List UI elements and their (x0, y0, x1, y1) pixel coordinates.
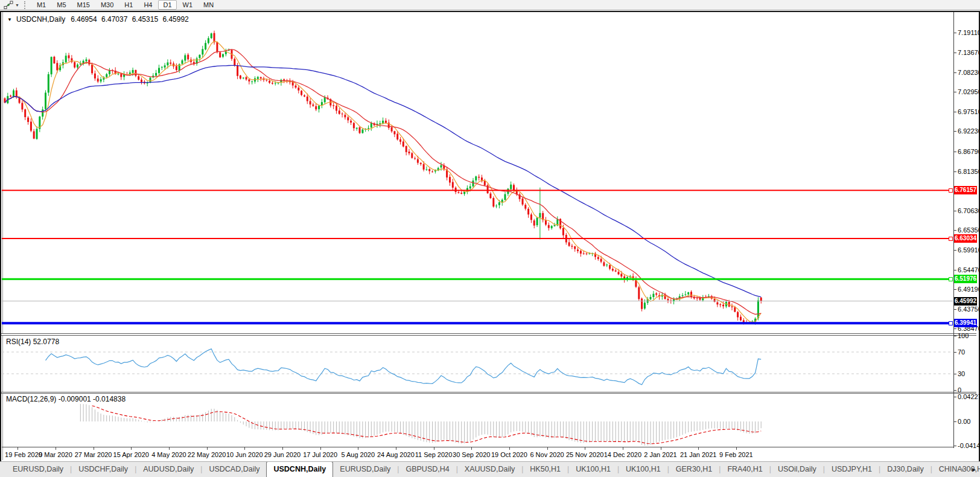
moving-average-line-55 (5, 65, 761, 296)
timeframe-button-h4[interactable]: H4 (139, 0, 157, 10)
macd-tick-label: 0.00 (958, 418, 970, 425)
timeframe-button-m15[interactable]: M15 (72, 0, 95, 10)
price-tick-label: 6.81350 (958, 168, 980, 175)
current-price-tag: 6.45992 (954, 297, 977, 306)
price-tick-label: 7.13670 (958, 49, 980, 56)
level-line-marker[interactable] (949, 277, 953, 281)
chart-tab-audusd-daily[interactable]: AUDUSD,Daily (136, 462, 200, 477)
timeframe-buttons: M1M5M15M30H1H4D1W1MN (32, 0, 218, 10)
timeframe-toolbar: ▼ M1M5M15M30H1H4D1W1MN (0, 0, 980, 10)
chart-tab-ger30-h1[interactable]: GER30,H1 (669, 462, 719, 477)
timeframe-button-m1[interactable]: M1 (32, 0, 51, 10)
date-axis[interactable]: 19 Feb 20209 Mar 202027 Mar 202015 Apr 2… (2, 447, 953, 461)
level-line-marker[interactable] (949, 188, 953, 193)
date-tick-mark (282, 447, 283, 450)
axis-tick-mark (954, 171, 956, 172)
axis-tick-mark (954, 230, 956, 231)
timeframe-button-h1[interactable]: H1 (119, 0, 138, 10)
chart-tab-bar: EURUSD,Daily|USDCHF,Daily|AUDUSD,Daily|U… (0, 461, 980, 477)
axis-tick-mark (954, 270, 956, 271)
chart-tab-fra40-h1[interactable]: FRA40,H1 (721, 462, 769, 477)
chart-tab-usoil-daily[interactable]: USOil,Daily (771, 462, 823, 477)
price-tick-label: 6.65350 (958, 226, 980, 234)
date-tick-label: 9 Mar 2020 (39, 451, 72, 458)
price-tick-label: 7.19110 (958, 29, 980, 36)
rsi-tick-label: 100 (958, 332, 969, 339)
date-tick-label: 24 Aug 2020 (377, 451, 415, 458)
date-tick-label: 29 Jun 2020 (264, 451, 301, 458)
date-tick-mark (131, 447, 132, 450)
rsi-chart-canvas[interactable] (2, 336, 953, 392)
tab-scroll-left-icon[interactable]: ◄ (958, 466, 964, 473)
macd-chart-canvas[interactable] (2, 394, 953, 447)
level-price-tag: 6.39941 (954, 319, 977, 327)
date-tick-mark (661, 447, 661, 450)
moving-average-line-5 (5, 41, 761, 322)
timeframe-button-mn[interactable]: MN (199, 0, 218, 10)
chart-tab-usdchf-daily[interactable]: USDCHF,Daily (72, 462, 135, 477)
date-tick-label: 22 May 2020 (188, 451, 226, 458)
price-axis[interactable]: 7.191107.136707.082307.029506.975106.922… (953, 12, 977, 448)
line-studies-icon[interactable] (3, 1, 14, 10)
date-tick-mark (547, 447, 548, 450)
axis-tick-mark (954, 131, 956, 132)
price-tick-label: 6.97510 (958, 108, 980, 115)
timeframe-button-d1[interactable]: D1 (158, 0, 176, 10)
price-chart-canvas[interactable] (2, 12, 953, 333)
chart-tab-usdcnh-daily[interactable]: USDCNH,Daily (266, 461, 333, 477)
date-tick-label: 2 Jan 2021 (644, 451, 676, 458)
date-tick-mark (244, 447, 245, 450)
date-tick-mark (623, 447, 623, 450)
chart-tab-eurusd-daily[interactable]: EURUSD,Daily (6, 462, 70, 477)
line-studies-dropdown-icon[interactable]: ▼ (15, 3, 19, 7)
date-tick-label: 14 Dec 2020 (604, 451, 641, 458)
axis-tick-mark (954, 112, 956, 112)
chart-tab-usdcad-daily[interactable]: USDCAD,Daily (202, 462, 266, 477)
chart-tab-usdjpy-h1[interactable]: USDJPY,H1 (825, 462, 879, 477)
level-line-marker[interactable] (949, 237, 953, 241)
moving-average-line-13 (5, 50, 761, 315)
date-tick-mark (736, 447, 737, 450)
axis-tick-mark (954, 72, 956, 73)
date-tick-label: 17 Jul 2020 (303, 451, 337, 458)
chart-tab-gbpusd-h4[interactable]: GBPUSD,H4 (399, 462, 456, 477)
date-tick-mark (471, 447, 472, 450)
axis-tick-mark (954, 92, 956, 92)
price-tick-label: 6.43750 (958, 306, 980, 313)
price-tick-label: 6.92230 (958, 127, 980, 135)
axis-tick-mark (954, 352, 956, 353)
level-line-marker[interactable] (949, 321, 953, 325)
axis-tick-mark (954, 289, 956, 290)
chart-tab-dj30-daily[interactable]: DJ30,Daily (880, 462, 930, 477)
axis-tick-mark (954, 390, 956, 391)
axis-tick-mark (954, 397, 956, 397)
axis-tick-mark (954, 336, 956, 336)
axis-tick-mark (954, 250, 956, 251)
date-tick-mark (56, 447, 56, 450)
chart-tab-xauusd-daily[interactable]: XAUUSD,Daily (458, 462, 521, 477)
rsi-tick-label: 30 (958, 370, 965, 377)
price-tick-label: 6.49190 (958, 286, 980, 293)
axis-tick-mark (954, 328, 956, 329)
date-tick-label: 9 Feb 2021 (719, 451, 753, 458)
toolbar-grip-handle[interactable] (24, 1, 28, 9)
chart-tab-hk50-h1[interactable]: HK50,H1 (523, 462, 567, 477)
date-tick-mark (207, 447, 208, 450)
date-tick-label: 19 Feb 2020 (5, 451, 42, 458)
timeframe-button-m30[interactable]: M30 (96, 0, 118, 10)
tab-scroll-right-icon[interactable]: ► (971, 466, 977, 473)
date-tick-mark (698, 447, 699, 450)
axis-tick-mark (954, 53, 956, 53)
chart-tab-uk100-h1[interactable]: UK100,H1 (569, 462, 617, 477)
chart-tab-uk100-h1[interactable]: UK100,H1 (619, 462, 667, 477)
rsi-tick-label: 70 (958, 348, 965, 356)
timeframe-button-w1[interactable]: W1 (178, 0, 198, 10)
date-tick-label: 21 Jan 2021 (680, 451, 717, 458)
chart-tab-eurusd-daily[interactable]: EURUSD,Daily (333, 462, 397, 477)
chart-menu-icon[interactable]: ▼ (7, 17, 12, 22)
chart-panel: ▼ USDCNH,Daily 6.46954 6.47037 6.45315 6… (0, 11, 980, 463)
axis-tick-mark (954, 421, 956, 422)
axis-tick-mark (954, 374, 956, 374)
chart-symbol-label: USDCNH,Daily (16, 15, 65, 24)
timeframe-button-m5[interactable]: M5 (52, 0, 71, 10)
